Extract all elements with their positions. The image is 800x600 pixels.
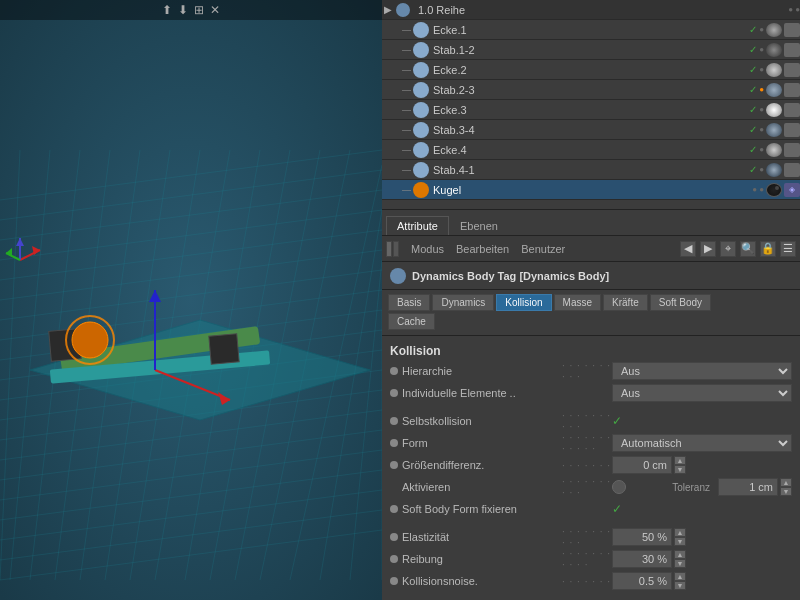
prop-row-selbst: Selbstkollision · · · · · · · · · · ✓: [382, 410, 800, 432]
subtab-masse[interactable]: Masse: [554, 294, 601, 311]
scene-item-ecke2[interactable]: — Ecke.2 ✓ ●: [382, 60, 800, 80]
prop-value-selbst: ✓: [612, 414, 792, 428]
subtab-kollision[interactable]: Kollision: [496, 294, 551, 311]
lock-btn[interactable]: 🔒: [760, 241, 776, 257]
prop-dot-groesse: [390, 461, 398, 469]
prop-row-hierarchie: Hierarchie · · · · · · · · · · AusEin: [382, 360, 800, 382]
spinner-input-elastizitaet[interactable]: [612, 528, 672, 546]
prop-value-noise: ▲ ▼: [612, 572, 792, 590]
spinner-input-toleranz[interactable]: [718, 478, 778, 496]
spinner-down-groesse[interactable]: ▼: [674, 465, 686, 474]
subtab-basis[interactable]: Basis: [388, 294, 430, 311]
prop-select-individuelle[interactable]: AusEin: [612, 384, 792, 402]
spinner-arrows-elastizitaet: ▲ ▼: [674, 528, 686, 546]
scene-tree: ▶ 1.0 Reihe ● ● — Ecke.1 ✓ ●: [382, 0, 800, 210]
spinner-elastizitaet: ▲ ▼: [612, 528, 686, 546]
scene-item-stab12[interactable]: — Stab.1-2 ✓ ●: [382, 40, 800, 60]
scene-item-kugel[interactable]: — Kugel ● ● ◈: [382, 180, 800, 200]
prop-label-individuelle: Individuelle Elemente ..: [402, 387, 562, 399]
prop-row-reibung: Reibung · · · · · · · · · · · ▲ ▼: [382, 548, 800, 570]
prop-dot-form: [390, 439, 398, 447]
scene-item-stab41[interactable]: — Stab.4-1 ✓ ●: [382, 160, 800, 180]
menu-btn[interactable]: ☰: [780, 241, 796, 257]
svg-rect-0: [0, 0, 382, 600]
scene-tree-root[interactable]: ▶ 1.0 Reihe ● ●: [382, 0, 800, 20]
cursor-btn[interactable]: ⌖: [720, 241, 736, 257]
prop-label-reibung: Reibung: [402, 553, 562, 565]
search-btn[interactable]: 🔍: [740, 241, 756, 257]
prop-dot-softbodyfix: [390, 505, 398, 513]
spinner-down-elastizitaet[interactable]: ▼: [674, 537, 686, 546]
spinner-toleranz: ▲ ▼: [718, 478, 792, 496]
scene-item-ecke3[interactable]: — Ecke.3 ✓ ●: [382, 100, 800, 120]
spinner-input-noise[interactable]: [612, 572, 672, 590]
prop-dot-reibung: [390, 555, 398, 563]
tab-attribute[interactable]: Attribute: [386, 216, 449, 235]
tag-icon: [390, 268, 406, 284]
prop-value-hierarchie: AusEin: [612, 362, 792, 380]
properties-panel: Kollision Hierarchie · · · · · · · · · ·…: [382, 336, 800, 600]
checkbox-selbst[interactable]: ✓: [612, 414, 622, 428]
tab-ebenen[interactable]: Ebenen: [449, 216, 509, 235]
spinner-up-groesse[interactable]: ▲: [674, 456, 686, 465]
prop-dot-elastizitaet: [390, 533, 398, 541]
prop-value-softbodyfix: ✓: [612, 502, 792, 516]
prop-value-groesse: ▲ ▼: [612, 456, 792, 474]
prop-label-hierarchie: Hierarchie: [402, 365, 562, 377]
spinner-arrows-reibung: ▲ ▼: [674, 550, 686, 568]
tag-header: Dynamics Body Tag [Dynamics Body]: [382, 262, 800, 290]
scene-item-ecke1[interactable]: — Ecke.1 ✓ ●: [382, 20, 800, 40]
spinner-down-reibung[interactable]: ▼: [674, 559, 686, 568]
prop-row-softbodyfix: Soft Body Form fixieren ✓: [382, 498, 800, 520]
viewport-3d[interactable]: ⬆ ⬇ ⊞ ✕: [0, 0, 382, 600]
spinner-up-toleranz[interactable]: ▲: [780, 478, 792, 487]
prop-label-form: Form: [402, 437, 562, 449]
tag-title-text: Dynamics Body Tag [Dynamics Body]: [412, 270, 609, 282]
subtab-kraefte[interactable]: Kräfte: [603, 294, 648, 311]
svg-rect-41: [209, 334, 239, 364]
subtabs-row1: Basis Dynamics Kollision Masse Kräfte So…: [388, 294, 794, 311]
spinner-up-elastizitaet[interactable]: ▲: [674, 528, 686, 537]
main-layout: ⬆ ⬇ ⊞ ✕ ▶ 1.0 Reihe ● ● —: [0, 0, 800, 600]
spinner-down-noise[interactable]: ▼: [674, 581, 686, 590]
spinner-down-toleranz[interactable]: ▼: [780, 487, 792, 496]
checkbox-softbodyfix[interactable]: ✓: [612, 502, 622, 516]
prop-select-hierarchie[interactable]: AusEin: [612, 362, 792, 380]
prop-row-noise: Kollisionsnoise. · · · · · · · ▲ ▼: [382, 570, 800, 592]
spinner-up-reibung[interactable]: ▲: [674, 550, 686, 559]
scene-item-stab23[interactable]: — Stab.2-3 ✓ ●: [382, 80, 800, 100]
spinner-input-groesse[interactable]: [612, 456, 672, 474]
prop-select-form[interactable]: Automatisch Würfel Kugel: [612, 434, 792, 452]
spinner-groesse: ▲ ▼: [612, 456, 686, 474]
prop-row-aktivieren: Aktivieren · · · · · · · · · · Toleranz …: [382, 476, 800, 498]
prop-row-groesse: Größendifferenz. · · · · · · · ▲ ▼: [382, 454, 800, 476]
nav-back-btn[interactable]: ◀: [680, 241, 696, 257]
nav-forward-btn[interactable]: ▶: [700, 241, 716, 257]
prop-label-elastizitaet: Elastizität: [402, 531, 562, 543]
scene-item-ecke4[interactable]: — Ecke.4 ✓ ●: [382, 140, 800, 160]
spinner-input-reibung[interactable]: [612, 550, 672, 568]
prop-label-noise: Kollisionsnoise.: [402, 575, 562, 587]
subtabs-row2: Cache: [388, 313, 794, 330]
prop-value-reibung: ▲ ▼: [612, 550, 792, 568]
subtab-cache[interactable]: Cache: [388, 313, 435, 330]
spinner-noise: ▲ ▼: [612, 572, 686, 590]
prop-value-form: Automatisch Würfel Kugel: [612, 434, 792, 452]
subtab-dynamics[interactable]: Dynamics: [432, 294, 494, 311]
subtab-softbody[interactable]: Soft Body: [650, 294, 711, 311]
attr-toolbar: Modus Bearbeiten Benutzer ◀ ▶ ⌖ 🔍 🔒 ☰: [382, 236, 800, 262]
toolbar-bearbeiten[interactable]: Bearbeiten: [456, 243, 509, 255]
right-panel: ▶ 1.0 Reihe ● ● — Ecke.1 ✓ ●: [382, 0, 800, 600]
prop-dot-hierarchie: [390, 367, 398, 375]
scene-item-stab34[interactable]: — Stab.3-4 ✓ ●: [382, 120, 800, 140]
toolbar-benutzer[interactable]: Benutzer: [521, 243, 565, 255]
prop-label-softbodyfix: Soft Body Form fixieren: [402, 503, 562, 515]
toolbar-modus[interactable]: Modus: [411, 243, 444, 255]
toggle-aktivieren[interactable]: [612, 480, 626, 494]
spinner-up-noise[interactable]: ▲: [674, 572, 686, 581]
prop-value-aktivieren: Toleranz ▲ ▼: [612, 478, 792, 496]
prop-label-selbst: Selbstkollision: [402, 415, 562, 427]
main-tabs: Attribute Ebenen: [382, 210, 800, 236]
subtabs-container: Basis Dynamics Kollision Masse Kräfte So…: [382, 290, 800, 336]
toleranz-label: Toleranz: [672, 482, 710, 493]
